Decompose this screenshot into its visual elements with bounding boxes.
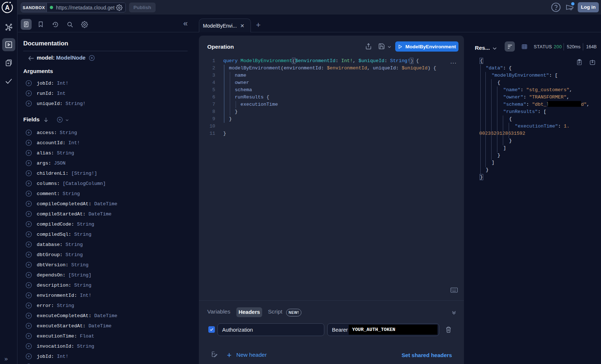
svg-text:A: A [5, 4, 10, 11]
